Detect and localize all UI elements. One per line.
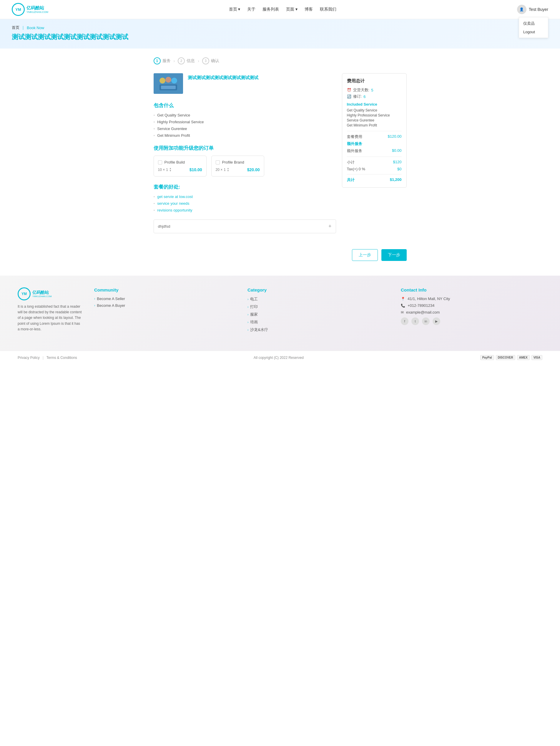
addon-1-qty-ctrl[interactable]: ▲ ▼ xyxy=(169,167,173,172)
service-image xyxy=(153,73,183,94)
footer-grid: YM 亿码酷站 YMKUZHAN.COM It is a long establ… xyxy=(18,287,542,335)
svg-rect-0 xyxy=(153,73,183,94)
main-content: 1 服务 › 2 信息 › 3 确认 xyxy=(148,49,413,276)
dropdown-seller[interactable]: 仅卖品 xyxy=(519,19,548,28)
step-3[interactable]: 3 确认 xyxy=(202,57,219,64)
addon-card-1: Profile Build 10 × 1 ▲ ▼ $10 xyxy=(153,155,206,176)
prev-button[interactable]: 上一步 xyxy=(352,249,378,261)
step-2-label: 信息 xyxy=(187,58,195,63)
step-2[interactable]: 2 信息 xyxy=(178,57,195,64)
nav-services[interactable]: 服务列表 xyxy=(262,7,279,12)
main-nav: 首页 ▾ 关于 服务列表 页面 ▾ 博客 联系我们 xyxy=(229,7,337,12)
nav-about[interactable]: 关于 xyxy=(247,7,255,12)
included-item-3: Service Gurentee xyxy=(347,118,402,122)
addon-2-footer: 20 × 1 ▲ ▼ $20.00 xyxy=(216,167,260,172)
category-item-3: › 服家 xyxy=(248,312,389,317)
total-row: 共计 $1,200 xyxy=(347,177,402,183)
dropdown-logout[interactable]: Logout xyxy=(519,28,548,36)
terms-link[interactable]: Terms & Conditions xyxy=(47,356,77,360)
footer-contact-col: Contact Info 📍 41/1, Hilton Mall, NY Cit… xyxy=(401,287,542,335)
social-instagram[interactable]: in xyxy=(422,317,430,325)
base-fee-val: $120.00 xyxy=(388,134,402,139)
benefit-link-2[interactable]: service your needs xyxy=(157,201,189,206)
left-col: 测试测试测试测试测试测试测试测试 包含什么 Get Quality Servic… xyxy=(153,73,336,240)
step-1-label: 服务 xyxy=(163,58,171,63)
extra-fee-row: 额外服务 $0.00 xyxy=(347,148,402,153)
step-arrow-1: › xyxy=(174,59,175,63)
nav-contact[interactable]: 联系我们 xyxy=(320,7,336,12)
addon-2-price: $20.00 xyxy=(247,167,260,172)
contact-email: example@mail.com xyxy=(406,310,440,314)
footer-logo: YM 亿码酷站 YMKUZHAN.COM xyxy=(18,287,82,300)
svg-point-2 xyxy=(165,77,171,83)
next-button[interactable]: 下一步 xyxy=(382,249,407,261)
addon-2-qty-base: 20 × xyxy=(216,168,223,172)
social-youtube[interactable]: ▶ xyxy=(432,317,440,325)
addon-2-qty-ctrl[interactable]: ▲ ▼ xyxy=(227,167,230,172)
breadcrumb-banner: 首页 ｜ Book Now 测试测试测试测试测试测试测试测试测试 xyxy=(0,19,560,49)
social-twitter[interactable]: t xyxy=(411,317,419,325)
arrow-icon: › xyxy=(94,297,95,300)
delivery-row: ⏰ 交货天数: 5 xyxy=(347,87,402,93)
benefit-link-1[interactable]: get servie at low.cost xyxy=(157,195,193,199)
revisions-val: 6 xyxy=(363,94,365,99)
addon-2-qty-down[interactable]: ▼ xyxy=(227,170,230,172)
notes-box: dhjdfsd + xyxy=(153,220,336,233)
phone-icon: 📞 xyxy=(401,304,405,308)
cost-meta: ⏰ 交货天数: 5 🔄 修订: 6 xyxy=(347,87,402,99)
footer-logo-sub: YMKUZHAN.COM xyxy=(32,295,52,298)
content-columns: 测试测试测试测试测试测试测试测试 包含什么 Get Quality Servic… xyxy=(153,73,407,240)
nav-pages[interactable]: 页面 ▾ xyxy=(286,7,298,12)
community-link-1[interactable]: › Become A Seller xyxy=(94,296,236,301)
svg-point-3 xyxy=(171,78,177,84)
category-link-2[interactable]: › 打印 xyxy=(248,304,389,310)
subtotal-row: 小计 $120 xyxy=(347,160,402,165)
breadcrumb-current: Book Now xyxy=(27,26,44,30)
service-thumbnail xyxy=(153,73,183,94)
category-link-5[interactable]: › 沙龙&水疗 xyxy=(248,327,389,333)
category-link-4[interactable]: › 培画 xyxy=(248,319,389,325)
logo-sub: YMKUZHAN.COM xyxy=(27,10,48,13)
social-links: f t in ▶ xyxy=(401,317,542,325)
total-val: $1,200 xyxy=(390,177,402,183)
addon-1-footer: 10 × 1 ▲ ▼ $10.00 xyxy=(158,167,202,172)
category-list: › 电工 › 打印 › 服家 xyxy=(248,296,389,333)
step-2-num: 2 xyxy=(178,57,185,64)
privacy-policy-link[interactable]: Privacy Policy xyxy=(18,356,40,360)
community-title: Community xyxy=(94,287,236,292)
feature-item: Get Quality Service xyxy=(153,113,336,117)
payment-icons: PayPal DISCOVER AMEX VISA xyxy=(480,355,542,360)
subtotal-label: 小计 xyxy=(347,160,355,165)
addon-1-qty-down[interactable]: ▼ xyxy=(169,170,173,172)
user-menu[interactable]: 👤 Test Buyer 仅卖品 Logout xyxy=(517,5,548,14)
page-title: 测试测试测试测试测试测试测试测试测试 xyxy=(12,33,548,41)
nav-blog[interactable]: 博客 xyxy=(305,7,313,12)
divider-1 xyxy=(347,131,402,131)
category-item-5: › 沙龙&水疗 xyxy=(248,327,389,333)
included-item-1: Get Quality Service xyxy=(347,108,402,112)
benefit-link-3[interactable]: revisions opportunity xyxy=(157,208,192,212)
category-link-1[interactable]: › 电工 xyxy=(248,296,389,302)
user-dropdown: 仅卖品 Logout xyxy=(519,17,548,38)
social-facebook[interactable]: f xyxy=(401,317,409,325)
addon-1-checkbox[interactable] xyxy=(158,160,162,165)
notes-text: dhjdfsd xyxy=(158,224,170,229)
footer-desc: It is a long established fact that a rea… xyxy=(18,304,82,332)
avatar: 👤 xyxy=(517,5,527,14)
community-link-2[interactable]: › Become A Buyer xyxy=(94,303,236,308)
step-1[interactable]: 1 服务 xyxy=(153,57,171,64)
footer-logo-text: 亿码酷站 xyxy=(32,290,52,295)
navbar-logo[interactable]: YM 亿码酷站 YMKUZHAN.COM xyxy=(12,3,48,16)
username: Test Buyer xyxy=(529,7,548,12)
right-col: 费用总计 ⏰ 交货天数: 5 🔄 修订: 6 Included Service xyxy=(342,73,407,188)
visa-icon: VISA xyxy=(531,355,542,360)
step-1-num: 1 xyxy=(153,57,161,64)
notes-expand-button[interactable]: + xyxy=(328,223,332,229)
category-item-2: › 打印 xyxy=(248,304,389,310)
arrow-icon: › xyxy=(94,304,95,307)
addon-1-price: $10.00 xyxy=(190,167,202,172)
category-link-3[interactable]: › 服家 xyxy=(248,312,389,317)
nav-home[interactable]: 首页 ▾ xyxy=(229,7,241,12)
addon-2-checkbox[interactable] xyxy=(216,160,220,165)
breadcrumb-home[interactable]: 首页 xyxy=(12,25,20,30)
